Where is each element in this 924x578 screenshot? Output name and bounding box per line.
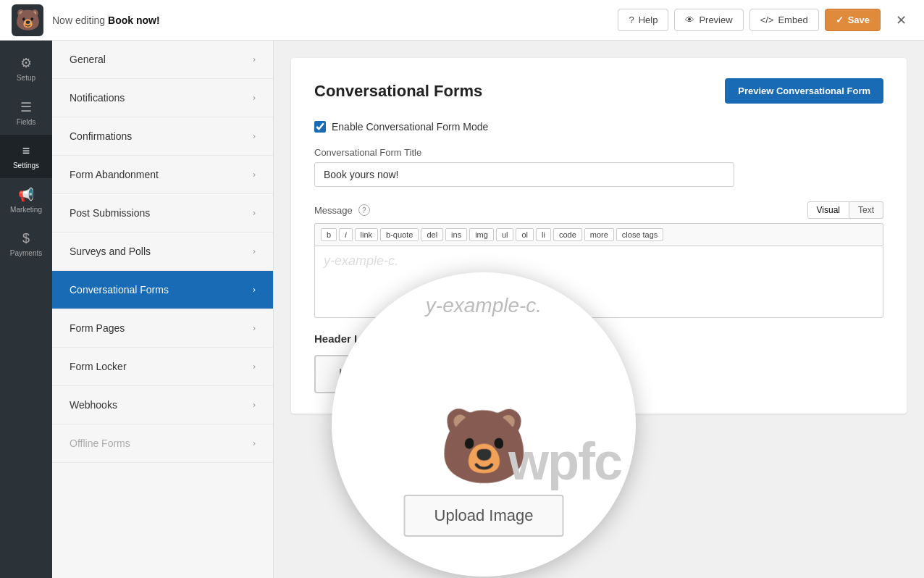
magnify-bear-icon: 🐻: [439, 403, 529, 489]
sidebar-item-setup[interactable]: ⚙ Setup: [0, 46, 52, 91]
sidebar-item-settings[interactable]: ≡ Settings: [0, 135, 52, 178]
header-logo-label: Header Logo ?: [314, 332, 883, 345]
toolbar-close-tags[interactable]: close tags: [616, 228, 664, 241]
toolbar-link[interactable]: link: [355, 228, 379, 241]
chevron-right-icon: ›: [253, 54, 256, 64]
menu-item-general[interactable]: General ›: [52, 41, 273, 79]
chevron-right-icon: ›: [253, 208, 256, 218]
message-row: Message ? Visual Text: [314, 201, 883, 219]
content-card: Conversational Forms Preview Conversatio…: [291, 58, 907, 414]
enable-checkbox-row: Enable Conversational Form Mode: [314, 121, 883, 133]
content-header: Conversational Forms Preview Conversatio…: [314, 78, 883, 104]
editing-title: Now editing Book now!: [52, 14, 609, 26]
magnify-upload-area: Upload Image: [404, 495, 564, 537]
message-help-icon: ?: [358, 204, 370, 216]
pencil-icon: ✏: [524, 369, 533, 380]
message-tabs: Visual Text: [807, 201, 883, 219]
toolbar-ins[interactable]: ins: [445, 228, 467, 241]
setup-icon: ⚙: [20, 55, 32, 71]
bear-icon: 🐻: [15, 8, 41, 32]
icon-sidebar: ⚙ Setup ☰ Fields ≡ Settings 📢 Marketing …: [0, 41, 52, 578]
toolbar-del[interactable]: del: [421, 228, 443, 241]
toolbar-img[interactable]: img: [469, 228, 494, 241]
toolbar-more[interactable]: more: [584, 228, 614, 241]
eye-icon: 👁: [685, 14, 694, 25]
menu-item-form-locker[interactable]: Form Locker ›: [52, 348, 273, 386]
checkmark-icon: ✓: [836, 14, 844, 25]
save-button[interactable]: ✓ Save: [825, 9, 881, 31]
tab-visual[interactable]: Visual: [807, 201, 849, 219]
settings-icon: ≡: [22, 143, 30, 159]
menu-sidebar: General › Notifications › Confirmations …: [52, 41, 274, 578]
chevron-right-icon: ›: [253, 400, 256, 410]
message-editor[interactable]: y-example-c.: [314, 246, 883, 318]
chevron-right-icon: ›: [253, 131, 256, 141]
preview-button[interactable]: 👁 Preview: [674, 9, 743, 31]
magnify-wpf-text: wpfc: [508, 432, 621, 491]
help-button[interactable]: ? Help: [618, 9, 668, 31]
sidebar-item-fields[interactable]: ☰ Fields: [0, 91, 52, 135]
editor-toolbar: b i link b-quote del ins img ul ol li co…: [314, 223, 883, 246]
payments-icon: $: [22, 231, 30, 246]
sidebar-item-marketing[interactable]: 📢 Marketing: [0, 178, 52, 222]
form-title-label: Conversational Form Title: [314, 147, 883, 158]
menu-item-post-submissions[interactable]: Post Submissions ›: [52, 194, 273, 233]
preview-conversational-form-button[interactable]: Preview Conversational Form: [725, 78, 883, 104]
menu-item-form-pages[interactable]: Form Pages ›: [52, 309, 273, 348]
magnify-upload-image-btn: Upload Image: [404, 495, 564, 537]
chevron-right-icon: ›: [253, 323, 256, 333]
sidebar-item-payments[interactable]: $ Payments: [0, 222, 52, 266]
help-icon: ?: [629, 14, 634, 25]
menu-item-webhooks[interactable]: Webhooks ›: [52, 386, 273, 424]
toolbar-bquote[interactable]: b-quote: [380, 228, 419, 241]
main-layout: ⚙ Setup ☰ Fields ≡ Settings 📢 Marketing …: [0, 41, 924, 578]
topbar: 🐻 Now editing Book now! ? Help 👁 Preview…: [0, 0, 924, 41]
page-title: Conversational Forms: [314, 82, 482, 101]
toolbar-ul[interactable]: ul: [496, 228, 514, 241]
tab-text[interactable]: Text: [849, 201, 883, 219]
marketing-icon: 📢: [18, 187, 34, 203]
menu-item-form-abandonment[interactable]: Form Abandonment ›: [52, 156, 273, 194]
embed-button[interactable]: </> Embed: [749, 9, 819, 31]
menu-item-surveys-polls[interactable]: Surveys and Polls ›: [52, 233, 273, 271]
app-logo: 🐻: [12, 4, 43, 36]
header-logo-section: Header Logo ? Upload Image ✏: [314, 332, 883, 393]
chevron-right-icon: ›: [253, 438, 256, 448]
upload-image-button[interactable]: Upload Image: [314, 355, 445, 393]
color-swatch-orange[interactable]: ✏: [508, 359, 549, 390]
chevron-right-icon: ›: [253, 361, 256, 372]
color-swatch-dark[interactable]: [456, 359, 497, 390]
toolbar-ol[interactable]: ol: [516, 228, 534, 241]
fields-icon: ☰: [20, 99, 32, 115]
toolbar-code[interactable]: code: [553, 228, 582, 241]
enable-checkbox[interactable]: [314, 121, 326, 133]
toolbar-bold[interactable]: b: [321, 228, 337, 241]
code-icon: </>: [760, 14, 774, 25]
menu-item-confirmations[interactable]: Confirmations ›: [52, 117, 273, 156]
menu-item-conversational-forms[interactable]: Conversational Forms ›: [52, 271, 273, 309]
chevron-right-icon: ›: [253, 285, 256, 295]
toolbar-italic[interactable]: i: [339, 228, 352, 241]
form-title-input[interactable]: [314, 162, 734, 187]
logo-upload-area: Upload Image ✏: [314, 355, 883, 393]
toolbar-li[interactable]: li: [536, 228, 551, 241]
menu-item-offline-forms[interactable]: Offline Forms ›: [52, 424, 273, 463]
content-area: Conversational Forms Preview Conversatio…: [274, 41, 924, 578]
topbar-actions: ? Help 👁 Preview </> Embed ✓ Save ✕: [618, 9, 912, 32]
chevron-right-icon: ›: [253, 246, 256, 256]
editor-placeholder: y-example-c.: [324, 254, 398, 268]
chevron-right-icon: ›: [253, 169, 256, 180]
header-logo-help-icon: ?: [387, 333, 398, 345]
enable-checkbox-label: Enable Conversational Form Mode: [332, 121, 488, 133]
menu-item-notifications[interactable]: Notifications ›: [52, 79, 273, 117]
chevron-right-icon: ›: [253, 93, 256, 103]
message-label: Message: [314, 205, 353, 216]
close-button[interactable]: ✕: [889, 9, 912, 32]
